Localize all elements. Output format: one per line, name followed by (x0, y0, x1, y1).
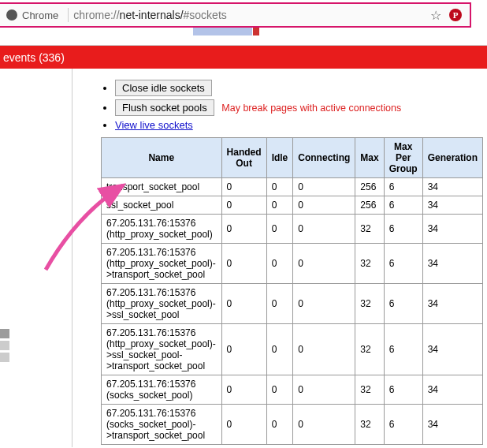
cell-handed-out: 0 (221, 244, 266, 284)
cell-name: 67.205.131.76:15376 (http_proxy_socket_p… (102, 324, 222, 375)
url-hash: #sockets (184, 9, 227, 21)
cell-connecting: 0 (293, 244, 355, 284)
cell-name: 67.205.131.76:15376 (socks_socket_pool)-… (102, 405, 222, 445)
url-path: net-internals/ (120, 9, 184, 21)
chrome-icon (6, 9, 17, 21)
sidebar (0, 69, 72, 447)
cell-name: 67.205.131.76:15376 (http_proxy_socket_p… (102, 284, 222, 324)
cell-max-per-group: 6 (384, 244, 422, 284)
col-idle: Idle (266, 138, 293, 178)
cell-idle: 0 (266, 324, 293, 375)
list-item: Close idle sockets (115, 80, 483, 96)
separator (68, 8, 69, 22)
flush-warning: May break pages with active connections (221, 103, 401, 114)
cell-max-per-group: 6 (384, 215, 422, 244)
cell-idle: 0 (266, 244, 293, 284)
socket-pool-table: Name Handed Out Idle Connecting Max Max … (101, 137, 483, 445)
url-prefix: chrome:// (73, 9, 119, 21)
cell-max-per-group: 6 (384, 178, 422, 196)
cell-name: ssl_socket_pool (102, 196, 222, 215)
cell-max-per-group: 6 (384, 284, 422, 324)
actions-list: Close idle sockets Flush socket pools Ma… (101, 80, 483, 131)
cell-max: 32 (355, 324, 384, 375)
cell-generation: 34 (422, 244, 482, 284)
bookmark-star-icon[interactable]: ☆ (430, 8, 441, 23)
cell-handed-out: 0 (221, 196, 266, 215)
col-max-per-group: Max Per Group (384, 138, 422, 178)
cell-generation: 34 (422, 196, 482, 215)
close-idle-sockets-button[interactable]: Close idle sockets (115, 80, 212, 96)
cell-name: 67.205.131.76:15376 (http_proxy_socket_p… (102, 244, 222, 284)
flush-socket-pools-button[interactable]: Flush socket pools (115, 99, 214, 116)
cell-connecting: 0 (293, 405, 355, 445)
cell-handed-out: 0 (221, 284, 266, 324)
cell-max: 256 (355, 196, 384, 215)
events-label: events (336) (3, 51, 65, 64)
cell-connecting: 0 (293, 284, 355, 324)
table-row: 67.205.131.76:15376 (http_proxy_socket_p… (102, 215, 483, 244)
cell-max: 32 (355, 405, 384, 445)
main-panel: Close idle sockets Flush socket pools Ma… (72, 69, 487, 447)
decorative-strip (193, 28, 487, 35)
cell-idle: 0 (266, 405, 293, 445)
cell-handed-out: 0 (221, 405, 266, 445)
cell-generation: 34 (422, 375, 482, 405)
cell-max-per-group: 6 (384, 405, 422, 445)
cell-generation: 34 (422, 215, 482, 244)
cell-max: 32 (355, 284, 384, 324)
cell-idle: 0 (266, 178, 293, 196)
col-name: Name (102, 138, 222, 178)
table-row: 67.205.131.76:15376 (socks_socket_pool)0… (102, 375, 483, 405)
view-live-sockets-link[interactable]: View live sockets (115, 119, 193, 131)
list-item: Flush socket pools May break pages with … (115, 99, 483, 116)
list-item: View live sockets (115, 119, 483, 131)
cell-max: 256 (355, 178, 384, 196)
events-tab[interactable]: events (336) (0, 45, 487, 69)
decorative-blocks (0, 329, 9, 364)
table-row: 67.205.131.76:15376 (http_proxy_socket_p… (102, 324, 483, 375)
table-row: transport_socket_pool000256634 (102, 178, 483, 196)
table-row: ssl_socket_pool000256634 (102, 196, 483, 215)
cell-connecting: 0 (293, 215, 355, 244)
cell-max-per-group: 6 (384, 196, 422, 215)
cell-idle: 0 (266, 196, 293, 215)
cell-connecting: 0 (293, 324, 355, 375)
cell-max-per-group: 6 (384, 375, 422, 405)
cell-name: 67.205.131.76:15376 (socks_socket_pool) (102, 375, 222, 405)
omnibox-url[interactable]: chrome://net-internals/#sockets (73, 9, 227, 21)
cell-max: 32 (355, 375, 384, 405)
cell-generation: 34 (422, 284, 482, 324)
cell-name: 67.205.131.76:15376 (http_proxy_socket_p… (102, 215, 222, 244)
col-connecting: Connecting (293, 138, 355, 178)
cell-idle: 0 (266, 284, 293, 324)
cell-idle: 0 (266, 215, 293, 244)
omnibox-scheme-label: Chrome (22, 9, 58, 21)
table-row: 67.205.131.76:15376 (http_proxy_socket_p… (102, 244, 483, 284)
cell-handed-out: 0 (221, 215, 266, 244)
cell-handed-out: 0 (221, 178, 266, 196)
pinterest-extension-icon[interactable]: P (449, 9, 462, 21)
omnibox[interactable]: Chrome chrome://net-internals/#sockets ☆… (0, 2, 471, 28)
cell-max-per-group: 6 (384, 324, 422, 375)
cell-max: 32 (355, 215, 384, 244)
table-row: 67.205.131.76:15376 (http_proxy_socket_p… (102, 284, 483, 324)
cell-connecting: 0 (293, 196, 355, 215)
cell-idle: 0 (266, 375, 293, 405)
cell-connecting: 0 (293, 178, 355, 196)
cell-handed-out: 0 (221, 324, 266, 375)
cell-max: 32 (355, 244, 384, 284)
col-max: Max (355, 138, 384, 178)
cell-connecting: 0 (293, 375, 355, 405)
col-generation: Generation (422, 138, 482, 178)
cell-generation: 34 (422, 178, 482, 196)
cell-generation: 34 (422, 324, 482, 375)
col-handed-out: Handed Out (221, 138, 266, 178)
cell-name: transport_socket_pool (102, 178, 222, 196)
table-row: 67.205.131.76:15376 (socks_socket_pool)-… (102, 405, 483, 445)
cell-handed-out: 0 (221, 375, 266, 405)
cell-generation: 34 (422, 405, 482, 445)
